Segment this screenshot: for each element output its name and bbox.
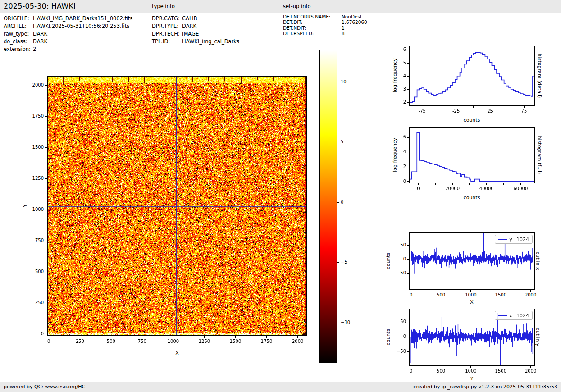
tick-label: 250 [24,300,44,305]
tick-mark [452,183,452,185]
tick-label: 1500 [226,339,246,344]
tick-label: −10 [341,320,350,325]
cut-x-xaxis-label: X [470,299,474,305]
colorbar-gradient [320,50,337,363]
tick-label: −5 [341,260,347,264]
tick-label: 1750 [257,339,277,344]
tick-mark [530,366,531,368]
tick-mark [337,82,339,82]
tick-label: 2 [386,100,406,105]
tick-label: 2000 [521,292,541,297]
type-info-heading: type info [152,3,175,9]
tick-mark [45,272,47,272]
tick-label: 1250 [24,176,44,181]
tick-label: 25 [480,109,500,114]
tick-mark [441,290,441,292]
footer-right-text: created by qc_rawdisp.py v1.2.3 on 2025-… [413,384,557,390]
tick-label: 1500 [491,369,511,374]
tick-mark [501,290,501,292]
tick-mark [520,183,521,185]
histogram-full-plot [409,127,535,183]
cut-in-y-plot: x=1024 [409,309,535,366]
legend-box: x=1024 [495,311,533,320]
tick-label: 2000 [24,82,44,87]
info-value: HAWKI_IMG_DARK_Darks151_0002.fits [33,15,132,22]
tick-label: 0 [386,334,406,339]
tick-mark [486,183,487,185]
tick-mark [407,50,409,50]
tick-mark [530,290,531,292]
tick-mark [503,183,504,185]
tick-label: 5 [341,139,343,144]
cut-y-side-label: cut in y [535,328,541,346]
legend-label: x=1024 [509,313,529,319]
tick-mark [501,366,501,368]
tick-label: 50 [386,242,406,247]
tick-label: 60000 [511,186,530,191]
tick-mark [407,102,409,103]
info-value: DARK [33,38,47,45]
footer-bar: powered by QC: www.eso.org/HC created by… [0,382,561,392]
info-label: extension: [4,46,31,52]
info-value: 8 [342,31,345,36]
info-value: 2 [33,46,36,52]
info-value: 1 [342,25,345,31]
tick-mark [45,85,47,86]
tick-label: 50 [386,319,406,324]
tick-label: -25 [446,109,466,114]
tick-mark [407,351,409,352]
tick-label: 40000 [477,186,497,191]
tick-label: 1000 [461,369,481,374]
tick-mark [337,262,339,263]
cut-in-x-plot: y=1024 [409,232,535,290]
tick-label: 4 [386,149,406,154]
tick-mark [407,76,409,77]
page-title: 2025-05-30: HAWKI [4,2,76,10]
hist-detail-side-label: histogram (detail) [537,54,543,98]
info-label: DET.DIT: [283,19,302,25]
tick-mark [235,336,236,338]
legend-line-sample [498,239,507,240]
main-image-plot [47,76,307,336]
tick-mark [173,336,173,338]
info-label: ARCFILE: [4,23,27,29]
tick-mark [407,152,409,152]
tick-label: 3 [386,87,406,91]
tick-label: 5 [386,60,406,65]
tick-label: 0 [386,179,406,184]
hist-detail-xaxis-label: counts [464,117,480,123]
tick-mark [473,106,473,108]
tick-mark [407,167,409,167]
tick-label: 1000 [461,292,481,297]
info-value: DARK [182,23,196,29]
tick-mark [204,336,205,338]
cut-x-side-label: cut in x [535,252,541,270]
info-value: HAWKI_img_cal_Darks [182,38,239,45]
tick-mark [411,366,411,368]
tick-mark [45,334,47,334]
tick-label: 20000 [442,186,462,191]
info-value: DARK [33,31,47,37]
tick-label: 500 [431,369,451,374]
info-label: DET.RSPEED: [283,31,314,36]
tick-mark [407,245,409,245]
tick-mark [441,366,441,368]
tick-mark [337,202,339,202]
colorbar [319,50,337,363]
tick-label: 0 [24,331,44,336]
tick-mark [470,290,471,292]
tick-label: 0 [341,200,343,205]
tick-label: −50 [386,270,406,275]
tick-label: 1500 [491,292,511,297]
detector-image-canvas [48,77,306,335]
cut-y-xaxis-label: Y [470,376,474,382]
footer-left-text: powered by QC: www.eso.org/HC [4,384,85,390]
tick-label: 1750 [24,114,44,119]
tick-mark [80,336,80,338]
tick-mark [507,106,507,108]
tick-label: 1250 [194,339,214,344]
tick-label: 1000 [24,207,44,212]
info-label: DPR.TYPE: [152,23,178,29]
tick-mark [407,181,409,182]
tick-label: -75 [412,109,432,114]
